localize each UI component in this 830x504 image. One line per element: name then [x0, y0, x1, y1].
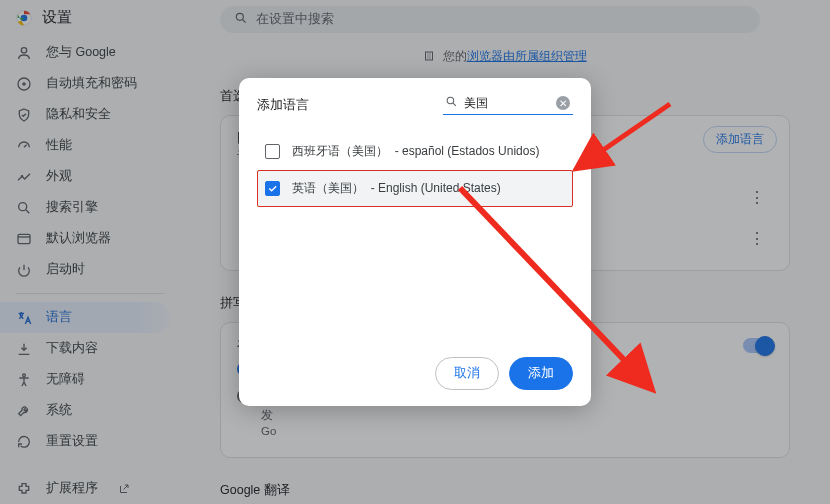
add-button[interactable]: 添加 — [509, 357, 573, 390]
dialog-title: 添加语言 — [257, 96, 309, 114]
dialog-search-input[interactable] — [462, 95, 552, 111]
clear-search-icon[interactable]: ✕ — [556, 96, 570, 110]
checkbox-icon — [265, 144, 280, 159]
language-list: 西班牙语（美国） - español (Estados Unidos) 英语（美… — [257, 133, 573, 207]
dialog-footer: 取消 添加 — [257, 357, 573, 390]
dialog-overlay: 添加语言 ✕ 西班牙语（美国） - español (Estados Unido… — [0, 0, 830, 504]
language-option-en-us[interactable]: 英语（美国） - English (United States) — [257, 170, 573, 207]
dialog-header: 添加语言 ✕ — [257, 94, 573, 115]
search-icon — [445, 94, 458, 112]
svg-point-12 — [447, 97, 454, 104]
language-option-es-us[interactable]: 西班牙语（美国） - español (Estados Unidos) — [257, 133, 573, 170]
dialog-search-field[interactable]: ✕ — [443, 94, 573, 115]
add-language-dialog: 添加语言 ✕ 西班牙语（美国） - español (Estados Unido… — [239, 78, 591, 406]
checkbox-checked-icon — [265, 181, 280, 196]
cancel-button[interactable]: 取消 — [435, 357, 499, 390]
